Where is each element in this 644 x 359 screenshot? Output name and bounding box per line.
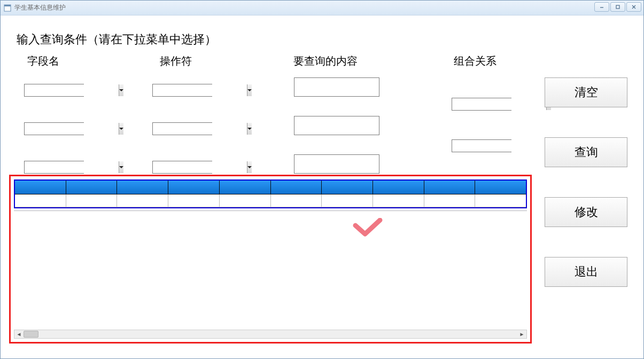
modify-button[interactable]: 修改 <box>545 197 627 227</box>
modify-button-label: 修改 <box>575 204 598 220</box>
svg-rect-3 <box>616 5 619 9</box>
grid-header-cell[interactable] <box>322 181 373 194</box>
content-input-1[interactable] <box>294 77 379 97</box>
relation-combo-2[interactable] <box>452 139 511 152</box>
field-combo-2[interactable] <box>24 122 84 135</box>
clear-button-label: 清空 <box>575 84 598 100</box>
window-title: 学生基本信息维护 <box>14 3 66 12</box>
chevron-down-icon[interactable] <box>247 84 252 96</box>
close-button[interactable] <box>626 2 641 12</box>
grid-cell[interactable] <box>424 194 476 207</box>
grid-cell[interactable] <box>168 194 220 207</box>
maximize-button[interactable] <box>610 2 625 12</box>
query-heading: 输入查询条件（请在下拉菜单中选择） <box>17 32 216 48</box>
content-input-3[interactable] <box>294 154 379 174</box>
field-combo-1-input[interactable] <box>25 84 119 96</box>
query-button[interactable]: 查询 <box>545 137 627 167</box>
operator-combo-1[interactable] <box>152 84 212 97</box>
grid-cell[interactable] <box>117 194 168 207</box>
field-combo-2-input[interactable] <box>25 123 119 135</box>
chevron-down-icon[interactable] <box>119 123 123 135</box>
chevron-down-icon[interactable] <box>247 161 252 173</box>
client-area: 输入查询条件（请在下拉菜单中选择） 字段名 操作符 要查询的内容 组合关系 <box>1 15 643 358</box>
query-button-label: 查询 <box>575 144 598 160</box>
grid-data-row <box>15 194 526 207</box>
data-grid[interactable]: ◄ ► <box>9 175 532 344</box>
grid-header-cell[interactable] <box>271 181 322 194</box>
grid-header-cell[interactable] <box>66 181 118 194</box>
label-relation: 组合关系 <box>454 54 496 68</box>
scroll-track[interactable] <box>24 330 517 338</box>
relation-combo-1-input[interactable] <box>452 98 546 110</box>
exit-button[interactable]: 退出 <box>545 257 627 287</box>
content-input-2[interactable] <box>294 116 379 135</box>
field-combo-1[interactable] <box>24 84 84 97</box>
field-combo-3-input[interactable] <box>25 161 119 173</box>
operator-combo-3-input[interactable] <box>153 161 247 173</box>
grid-cell[interactable] <box>271 194 322 207</box>
scroll-thumb[interactable] <box>24 331 38 338</box>
chevron-down-icon[interactable] <box>119 161 123 173</box>
grid-header-cell[interactable] <box>424 181 476 194</box>
chevron-down-icon[interactable] <box>119 84 123 96</box>
horizontal-scrollbar[interactable]: ◄ ► <box>14 330 527 339</box>
grid-cell[interactable] <box>322 194 373 207</box>
grid-header-cell[interactable] <box>220 181 271 194</box>
label-field: 字段名 <box>27 54 59 68</box>
minimize-button[interactable] <box>594 2 609 12</box>
window-controls <box>594 2 641 12</box>
grid-cell[interactable] <box>220 194 271 207</box>
grid-cell[interactable] <box>373 194 424 207</box>
grid-divider <box>14 210 527 211</box>
svg-rect-1 <box>4 5 11 6</box>
grid-header-cell[interactable] <box>117 181 168 194</box>
grid-header-region <box>14 180 527 208</box>
relation-combo-1[interactable] <box>452 98 511 111</box>
operator-combo-2-input[interactable] <box>153 123 247 135</box>
scroll-left-icon[interactable]: ◄ <box>14 330 24 338</box>
grid-header-cell[interactable] <box>15 181 66 194</box>
grid-cell[interactable] <box>475 194 526 207</box>
grid-cell[interactable] <box>15 194 66 207</box>
relation-combo-2-input[interactable] <box>452 140 546 152</box>
exit-button-label: 退出 <box>575 264 598 280</box>
grid-header-cell[interactable] <box>475 181 526 194</box>
grid-cell[interactable] <box>66 194 118 207</box>
chevron-down-icon[interactable] <box>247 123 252 135</box>
label-content: 要查询的内容 <box>293 54 358 68</box>
grid-header-cell[interactable] <box>168 181 220 194</box>
grid-header-cell[interactable] <box>373 181 424 194</box>
grid-header-row <box>15 181 526 194</box>
field-combo-3[interactable] <box>24 161 84 174</box>
label-operator: 操作符 <box>160 54 192 68</box>
clear-button[interactable]: 清空 <box>545 77 627 107</box>
titlebar[interactable]: 学生基本信息维护 <box>1 1 643 15</box>
app-window: 学生基本信息维护 输入查询条件（请在下拉菜单中选择） 字段名 操作符 要查询的内… <box>0 0 644 359</box>
form-icon <box>4 4 11 12</box>
operator-combo-1-input[interactable] <box>153 84 247 96</box>
operator-combo-2[interactable] <box>152 122 212 135</box>
operator-combo-3[interactable] <box>152 161 212 174</box>
scroll-right-icon[interactable]: ► <box>517 330 526 338</box>
